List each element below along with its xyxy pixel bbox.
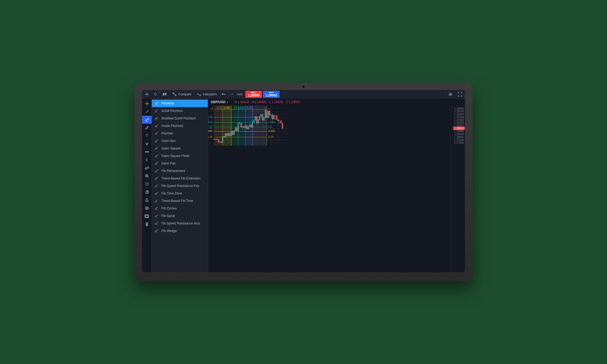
svg-text:0.25: 0.25 <box>208 136 213 138</box>
buy-price: 1.29562 <box>266 94 277 97</box>
svg-rect-163 <box>275 115 276 115</box>
svg-text:0.75: 0.75 <box>246 106 252 109</box>
flyout-item-trend-based-fib-time[interactable]: Trend-Based Fib Time <box>152 197 208 205</box>
flyout-item-fib-wedge[interactable]: Fib Wedge <box>152 227 208 235</box>
flyout-item-pitchfork[interactable]: Pitchfork <box>152 100 208 107</box>
svg-rect-165 <box>276 116 277 120</box>
svg-rect-107 <box>235 128 236 131</box>
sell-price: 1.29543 <box>248 94 260 97</box>
compare-button[interactable]: Compare <box>170 90 194 99</box>
svg-rect-139 <box>258 119 258 123</box>
buy-button[interactable]: BUY 1.29562 <box>263 91 280 98</box>
text-tool[interactable]: T <box>142 132 152 140</box>
flyout-item-trend-based-fib-extension[interactable]: Trend-Based Fib Extension <box>152 175 208 182</box>
svg-text:0.382: 0.382 <box>208 130 213 133</box>
symbol-name[interactable]: GBP/USD <box>211 100 225 104</box>
undo-button[interactable] <box>220 90 228 99</box>
cursor-tool-icon <box>145 102 149 106</box>
trash-tool[interactable] <box>142 220 152 228</box>
brush-tool[interactable] <box>142 124 152 132</box>
pattern-tool-icon <box>145 142 149 146</box>
prediction-tool[interactable] <box>142 148 152 156</box>
flyout-item-gann-square-fixed[interactable]: Gann Square Fixed <box>152 152 208 160</box>
flyout-item-fib-circles[interactable]: Fib Circles <box>152 205 208 212</box>
flyout-label: Fib Spiral <box>161 214 175 218</box>
object-tree[interactable] <box>142 212 152 220</box>
tool-icon <box>154 191 159 196</box>
svg-rect-157 <box>271 115 271 115</box>
tool-icon <box>154 146 159 151</box>
visibility-tool[interactable] <box>142 204 152 212</box>
price-axis[interactable]: 1.270001.275001.280001.285001.290001.295… <box>451 106 465 272</box>
crosshair-tool[interactable] <box>142 90 152 99</box>
lock-chart[interactable] <box>142 196 152 204</box>
flyout-label: Gann Fan <box>161 162 176 165</box>
chart-area[interactable]: GBP/USD ▾ O1.30434 H1.30485 L1.29425 C1.… <box>208 99 465 272</box>
zoom-tool[interactable] <box>142 172 152 180</box>
svg-text:0.5: 0.5 <box>268 125 272 128</box>
flyout-item-fib-speed-resistance-fan[interactable]: Fib Speed Resistance Fan <box>152 182 208 190</box>
chevron-down-icon[interactable]: ▾ <box>227 100 228 104</box>
flyout-item-fib-speed-resistance-arcs[interactable]: Fib Speed Resistance Arcs <box>152 220 208 227</box>
pattern-tool[interactable] <box>142 140 152 148</box>
cursor-tool[interactable] <box>142 100 152 108</box>
flyout-item-fib-retracement[interactable]: Fib Retracement <box>152 167 208 175</box>
flyout-item-gann-box[interactable]: Gann Box <box>152 137 208 145</box>
svg-rect-115 <box>241 123 242 127</box>
redo-button[interactable] <box>228 90 235 99</box>
tool-icon <box>154 229 159 233</box>
zoom-tool-icon <box>145 174 149 178</box>
flyout-item-modified-schiff-pitchfork[interactable]: Modified Schiff Pitchfork <box>152 115 208 122</box>
line-tool[interactable] <box>142 108 152 116</box>
ruler-tool[interactable] <box>142 164 152 172</box>
flyout-item-fib-time-zone[interactable]: Fib Time Zone <box>152 190 208 197</box>
tool-icon <box>154 124 159 128</box>
svg-rect-97 <box>228 133 229 136</box>
indicators-button[interactable]: Indicators <box>194 90 220 99</box>
symbol-header: GBP/USD ▾ O1.30434 H1.30485 L1.29425 C1.… <box>211 100 300 104</box>
svg-rect-89 <box>222 136 223 143</box>
tool-icon <box>154 161 159 166</box>
magnet-tool[interactable] <box>142 180 152 188</box>
visibility-tool-icon <box>145 206 149 210</box>
compare-icon <box>172 92 177 96</box>
ohlc-c-key: C <box>286 100 288 104</box>
flyout-label: Modified Schiff Pitchfork <box>161 117 196 120</box>
flyout-item-schiff-pitchfork[interactable]: Schiff Pitchfork <box>152 107 208 115</box>
sell-button[interactable]: SELL 1.29543 <box>245 91 262 98</box>
svg-rect-123 <box>246 126 247 129</box>
flyout-label: Fib Speed Resistance Fan <box>161 184 199 188</box>
prediction-tool-icon <box>145 150 149 154</box>
flyout-item-gann-fan[interactable]: Gann Fan <box>152 160 208 167</box>
tool-icon <box>154 206 159 211</box>
candlestick-chart[interactable]: 0.250.3820.50.6180.75110.250.250.3820.38… <box>208 106 288 146</box>
chart-style-selector[interactable] <box>160 90 170 99</box>
flyout-label: Pitchfork <box>161 102 174 105</box>
pitchfork-tool[interactable] <box>142 116 152 124</box>
ohlc-o-val: 1.30434 <box>238 100 249 104</box>
flyout-item-pitchfan[interactable]: Pitchfan <box>152 130 208 137</box>
magnet-tool-icon <box>145 182 149 186</box>
tool-icon <box>154 221 159 226</box>
svg-text:0.618: 0.618 <box>208 121 213 124</box>
flyout-item-gann-square[interactable]: Gann Square <box>152 145 208 152</box>
settings-button[interactable] <box>445 90 455 99</box>
svg-rect-171 <box>280 121 281 123</box>
svg-rect-91 <box>224 136 224 137</box>
interval-selector[interactable]: D <box>152 90 160 99</box>
svg-rect-153 <box>268 111 269 118</box>
flyout-label: Inside Pitchfork <box>161 124 183 128</box>
svg-rect-161 <box>273 115 274 119</box>
flyout-label: Gann Box <box>161 139 176 143</box>
flyout-label: Trend-Based Fib Time <box>161 199 193 203</box>
svg-rect-169 <box>279 121 280 121</box>
flyout-label: Fib Retracement <box>161 169 185 173</box>
flyout-item-inside-pitchfork[interactable]: Inside Pitchfork <box>152 122 208 130</box>
svg-rect-95 <box>227 133 227 136</box>
back-arrow[interactable] <box>142 156 152 164</box>
redo-icon <box>229 92 234 96</box>
flyout-item-fib-spiral[interactable]: Fib Spiral <box>152 212 208 220</box>
lock-drawings[interactable] <box>142 188 152 196</box>
fullscreen-button[interactable] <box>455 90 465 99</box>
line-tool-icon <box>145 110 149 114</box>
